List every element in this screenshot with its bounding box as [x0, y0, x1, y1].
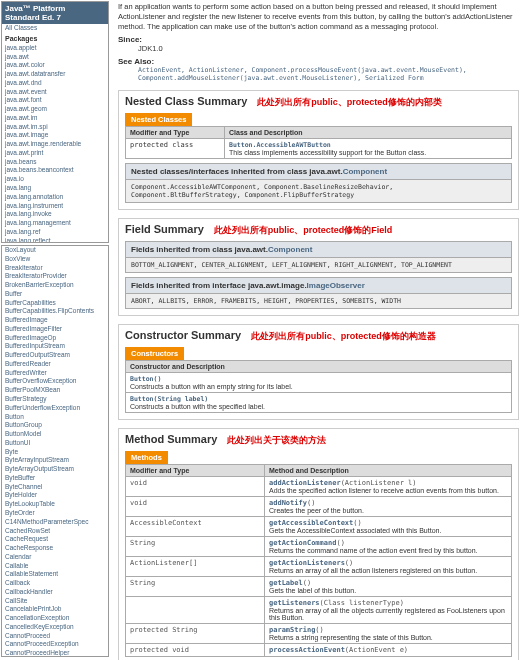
ncs-r1-link[interactable]: Button.AccessibleAWTButton: [229, 141, 331, 149]
pkg-link[interactable]: java.lang: [2, 184, 108, 193]
class-link[interactable]: ByteHolder: [2, 491, 108, 500]
class-link[interactable]: Buffer: [2, 290, 108, 299]
ctor-d: Constructs a button with an empty string…: [130, 383, 293, 390]
class-link[interactable]: Callback: [2, 579, 108, 588]
class-link[interactable]: BufferStrategy: [2, 395, 108, 404]
pkg-link[interactable]: java.beans.beancontext: [2, 166, 108, 175]
pkg-link[interactable]: java.lang.annotation: [2, 193, 108, 202]
pkg-link[interactable]: java.awt: [2, 53, 108, 62]
see-links[interactable]: ActionEvent, ActionListener, Component.p…: [118, 66, 519, 82]
class-link[interactable]: CacheRequest: [2, 535, 108, 544]
pkg-link[interactable]: java.awt.image: [2, 131, 108, 140]
method-link[interactable]: paramString: [269, 626, 315, 634]
pkg-link[interactable]: java.awt.color: [2, 61, 108, 70]
fs-inh1-a[interactable]: Component: [268, 245, 312, 254]
class-link[interactable]: ByteBuffer: [2, 474, 108, 483]
pkg-link[interactable]: java.io: [2, 175, 108, 184]
ms-ann: 此处列出关于该类的方法: [227, 435, 326, 445]
pkg-link[interactable]: java.awt.datatransfer: [2, 70, 108, 79]
class-link[interactable]: BufferUnderflowException: [2, 404, 108, 413]
all-classes-link[interactable]: All Classes: [2, 24, 108, 33]
class-link[interactable]: BreakIterator: [2, 264, 108, 273]
class-link[interactable]: ButtonGroup: [2, 421, 108, 430]
class-link[interactable]: ButtonUI: [2, 439, 108, 448]
class-link[interactable]: CancelablePrintJob: [2, 605, 108, 614]
ncs-inh-list[interactable]: Component.AccessibleAWTComponent, Compon…: [125, 180, 512, 203]
class-link[interactable]: CannotProceed: [2, 632, 108, 641]
class-link[interactable]: CacheResponse: [2, 544, 108, 553]
method-type: ActionListener[]: [126, 557, 265, 577]
fs-ann: 此处列出所有public、protected修饰的Field: [214, 225, 393, 235]
pkg-link[interactable]: java.applet: [2, 44, 108, 53]
pkg-link[interactable]: java.awt.print: [2, 149, 108, 158]
class-link[interactable]: BufferCapabilities.FlipContents: [2, 307, 108, 316]
fs-inh2-a[interactable]: ImageObserver: [307, 281, 365, 290]
class-link[interactable]: BoxLayout: [2, 246, 108, 255]
class-link[interactable]: BufferedReader: [2, 360, 108, 369]
class-link[interactable]: ByteOrder: [2, 509, 108, 518]
packages-hdr: Packages: [2, 33, 108, 44]
class-link[interactable]: BrokenBarrierException: [2, 281, 108, 290]
class-link[interactable]: Byte: [2, 448, 108, 457]
ncs-inh-a[interactable]: Component: [343, 167, 387, 176]
class-link[interactable]: BufferPoolMXBean: [2, 386, 108, 395]
pkg-link[interactable]: java.awt.font: [2, 96, 108, 105]
class-link[interactable]: BufferCapabilities: [2, 299, 108, 308]
class-link[interactable]: Button: [2, 413, 108, 422]
class-link[interactable]: CannotProceedException: [2, 640, 108, 649]
class-link[interactable]: ByteArrayInputStream: [2, 456, 108, 465]
pkg-link[interactable]: java.awt.dnd: [2, 79, 108, 88]
ncs-th2: Class and Description: [225, 127, 512, 139]
method-link[interactable]: addNotify: [269, 499, 307, 507]
pkg-link[interactable]: java.awt.im.spi: [2, 123, 108, 132]
class-link[interactable]: ByteArrayOutputStream: [2, 465, 108, 474]
method-link[interactable]: processActionEvent: [269, 646, 345, 654]
method-link[interactable]: getActionListeners: [269, 559, 345, 567]
class-link[interactable]: BufferedWriter: [2, 369, 108, 378]
pkg-link[interactable]: java.awt.event: [2, 88, 108, 97]
class-link[interactable]: BufferedImageFilter: [2, 325, 108, 334]
method-link[interactable]: addActionListener: [269, 479, 341, 487]
class-link[interactable]: ByteLookupTable: [2, 500, 108, 509]
pkg-link[interactable]: java.lang.instrument: [2, 202, 108, 211]
class-link[interactable]: CannotProceedHelper: [2, 649, 108, 657]
method-link[interactable]: getListeners: [269, 599, 320, 607]
class-link[interactable]: BufferedImage: [2, 316, 108, 325]
class-link[interactable]: CallableStatement: [2, 570, 108, 579]
class-link[interactable]: BreakIteratorProvider: [2, 272, 108, 281]
fs-list1[interactable]: BOTTOM_ALIGNMENT, CENTER_ALIGNMENT, LEFT…: [125, 258, 512, 273]
class-link[interactable]: BufferedInputStream: [2, 342, 108, 351]
class-link[interactable]: CallbackHandler: [2, 588, 108, 597]
pkg-link[interactable]: java.lang.ref: [2, 228, 108, 237]
method-link[interactable]: getLabel: [269, 579, 303, 587]
fs-list2[interactable]: ABORT, ALLBITS, ERROR, FRAMEBITS, HEIGHT…: [125, 294, 512, 309]
class-link[interactable]: CancelledKeyException: [2, 623, 108, 632]
class-link[interactable]: ButtonModel: [2, 430, 108, 439]
pkg-link[interactable]: java.awt.geom: [2, 105, 108, 114]
ctor-sig[interactable]: Button(): [130, 375, 161, 383]
pkg-link[interactable]: java.awt.im: [2, 114, 108, 123]
pkg-link[interactable]: java.awt.image.renderable: [2, 140, 108, 149]
pkg-link[interactable]: java.lang.reflect: [2, 237, 108, 243]
pkg-link[interactable]: java.lang.invoke: [2, 210, 108, 219]
ctor-sig[interactable]: Button(String label): [130, 395, 208, 403]
ncs-tab: Nested Classes: [125, 113, 192, 126]
method-type: void: [126, 497, 265, 517]
method-link[interactable]: getAccessibleContext: [269, 519, 353, 527]
cs-th: Constructor and Description: [126, 361, 512, 373]
class-link[interactable]: C14NMethodParameterSpec: [2, 518, 108, 527]
method-type: AccessibleContext: [126, 517, 265, 537]
class-link[interactable]: BufferOverflowException: [2, 377, 108, 386]
pkg-link[interactable]: java.lang.management: [2, 219, 108, 228]
class-link[interactable]: BufferedImageOp: [2, 334, 108, 343]
class-link[interactable]: CancellationException: [2, 614, 108, 623]
class-link[interactable]: CachedRowSet: [2, 527, 108, 536]
class-link[interactable]: BufferedOutputStream: [2, 351, 108, 360]
class-link[interactable]: BoxView: [2, 255, 108, 264]
class-link[interactable]: ByteChannel: [2, 483, 108, 492]
method-link[interactable]: getActionCommand: [269, 539, 336, 547]
class-link[interactable]: CallSite: [2, 597, 108, 606]
class-link[interactable]: Callable: [2, 562, 108, 571]
class-link[interactable]: Calendar: [2, 553, 108, 562]
pkg-link[interactable]: java.beans: [2, 158, 108, 167]
